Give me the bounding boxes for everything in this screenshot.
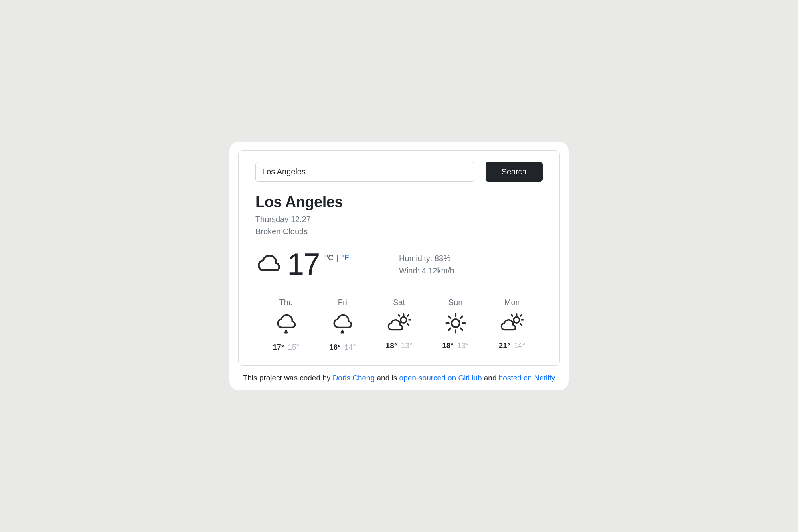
current-right: Humidity: 83% Wind: 4.12km/h: [399, 251, 454, 278]
forecast-temps: 16° 14°: [329, 343, 356, 352]
wind-label: Wind:: [399, 266, 419, 275]
forecast-lo: 13°: [457, 341, 469, 350]
forecast-lo: 14°: [344, 343, 356, 351]
partly-sun-icon: [499, 312, 525, 335]
svg-line-18: [521, 315, 521, 316]
sun-icon: [444, 312, 467, 335]
wind-value: 4.12km/h: [422, 266, 454, 275]
netlify-link[interactable]: hosted on Netlify: [499, 374, 555, 382]
svg-line-12: [460, 328, 462, 330]
forecast-temps: 17° 15°: [273, 343, 299, 352]
footer-credits: This project was coded by Doris Cheng an…: [238, 374, 560, 382]
svg-point-15: [514, 317, 519, 323]
footer-text: This project was coded by: [243, 374, 333, 382]
forecast-hi: 17°: [273, 343, 284, 351]
current-conditions: 17 °C | °F Humidity: 83% Wind: 4.12km/h: [255, 251, 543, 278]
forecast-hi: 18°: [386, 341, 397, 350]
humidity-value: 83%: [435, 254, 450, 263]
forecast-day-label: Fri: [338, 298, 347, 307]
unit-fahrenheit-link[interactable]: °F: [341, 253, 349, 262]
svg-point-6: [452, 319, 460, 327]
forecast-day-label: Thu: [279, 298, 293, 307]
svg-point-0: [401, 317, 407, 323]
forecast-lo: 14°: [514, 341, 525, 350]
current-temp: 17: [287, 251, 320, 277]
svg-line-20: [512, 315, 512, 316]
forecast-hi: 21°: [499, 341, 510, 350]
app-wrapper: Search Los Angeles Thursday 12:27 Broken…: [229, 142, 569, 390]
forecast-day: Sun 18° 13°: [427, 298, 484, 352]
wind-line: Wind: 4.12km/h: [399, 265, 454, 277]
current-left: 17 °C | °F: [255, 251, 399, 278]
forecast-row: Thu 17° 15° Fri: [255, 298, 543, 352]
svg-line-11: [448, 316, 450, 318]
forecast-temps: 18° 13°: [386, 341, 413, 350]
svg-line-14: [460, 316, 462, 318]
svg-line-13: [448, 328, 450, 330]
unit-celsius: °C: [325, 253, 334, 262]
forecast-day: Thu 17° 15°: [258, 298, 314, 352]
forecast-day: Sat 18° 13°: [371, 298, 427, 352]
rain-icon: [275, 312, 298, 336]
rain-icon: [331, 312, 354, 336]
humidity-line: Humidity: 83%: [399, 252, 454, 265]
svg-line-19: [521, 324, 521, 325]
search-button[interactable]: Search: [486, 162, 543, 182]
forecast-day-label: Sat: [393, 298, 405, 307]
city-search-input[interactable]: [255, 162, 474, 182]
partly-sun-icon: [386, 312, 412, 335]
humidity-label: Humidity:: [399, 254, 432, 263]
forecast-day-label: Sun: [448, 298, 463, 307]
datetime-text: Thursday 12:27: [255, 213, 543, 225]
forecast-day: Mon 21° 14°: [484, 298, 540, 352]
description-text: Broken Clouds: [255, 225, 543, 238]
svg-line-4: [407, 324, 408, 325]
unit-separator: |: [336, 253, 338, 262]
weather-card: Search Los Angeles Thursday 12:27 Broken…: [238, 150, 560, 366]
unit-switch: °C | °F: [325, 251, 349, 262]
forecast-temps: 18° 13°: [442, 341, 469, 350]
cloud-icon: [255, 251, 282, 278]
search-form: Search: [255, 162, 543, 182]
author-link[interactable]: Doris Cheng: [333, 374, 375, 382]
svg-line-5: [399, 315, 399, 316]
forecast-day: Fri 16° 14°: [314, 298, 371, 352]
forecast-hi: 18°: [442, 341, 454, 350]
forecast-lo: 13°: [401, 341, 413, 350]
forecast-lo: 15°: [288, 343, 299, 351]
city-title: Los Angeles: [255, 194, 543, 211]
svg-line-3: [407, 315, 408, 316]
github-link[interactable]: open-sourced on GitHub: [399, 374, 482, 382]
forecast-hi: 16°: [329, 343, 341, 351]
forecast-temps: 21° 14°: [499, 341, 525, 350]
footer-text: and: [482, 374, 499, 382]
footer-text: and is: [375, 374, 399, 382]
forecast-day-label: Mon: [504, 298, 520, 307]
